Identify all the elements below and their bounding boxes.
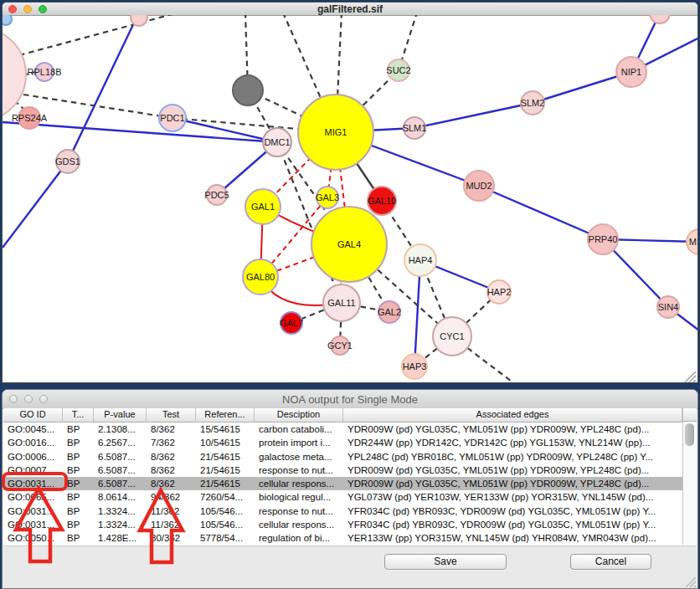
- table-cell: 6.5087...: [94, 450, 147, 464]
- graph-edge[interactable]: [336, 72, 631, 132]
- node-label: MUD2: [466, 181, 492, 191]
- node-label: RPS24A: [12, 113, 48, 123]
- table-cell: GO:0045...: [3, 423, 63, 436]
- node-label: GAL10: [368, 196, 396, 206]
- table-cell: 11/362: [147, 504, 196, 518]
- column-header-6[interactable]: Associated edges: [343, 408, 682, 422]
- table-row[interactable]: GO:0031...BP6.5087...8/36221/54615cellul…: [3, 477, 697, 490]
- table-cell: galactose meta...: [255, 450, 343, 464]
- network-canvas[interactable]: RPL18BRPS24AGDS1PDC1PDC5DMC1MIG1SUC2SLM1…: [3, 15, 697, 382]
- table-cell: 5778/54...: [196, 531, 255, 545]
- column-header-3[interactable]: Test: [147, 408, 196, 422]
- graph-window-titlebar[interactable]: galFiltered.sif: [3, 3, 697, 16]
- column-header-5[interactable]: Desciption: [255, 408, 343, 422]
- table-cell: YFR034C (pd) YBR093C, YDR009W (pd) YGL03…: [343, 518, 682, 531]
- table-cell: cellular respons...: [255, 477, 343, 490]
- table-row[interactable]: GO:0016...BP6.2567...7/36210/54615protei…: [3, 436, 697, 449]
- node-label: GAL80: [246, 272, 275, 282]
- graph-edge[interactable]: [3, 18, 136, 248]
- table-cell: 1.428E...: [94, 531, 147, 545]
- resize-grip[interactable]: [682, 371, 696, 382]
- table-cell: response to nut...: [255, 504, 343, 518]
- table-cell: BP: [63, 518, 94, 531]
- cancel-button[interactable]: Cancel: [570, 554, 651, 570]
- table-cell: 6.5087...: [94, 464, 147, 477]
- graph-edge[interactable]: [603, 239, 697, 335]
- column-header-2[interactable]: P-value: [94, 408, 147, 422]
- table-cell: 6.2567...: [94, 436, 147, 449]
- table-cell: 105/546...: [196, 518, 255, 531]
- noa-window-titlebar[interactable]: NOA output for Single Mode: [3, 390, 697, 409]
- node-label: HAP3: [403, 361, 427, 371]
- table-cell: BP: [63, 450, 94, 464]
- graph-node[interactable]: [650, 15, 670, 23]
- table-row[interactable]: GO:0050...BP1.428E...80/3625778/54...reg…: [3, 531, 697, 545]
- table-cell: YER133W (pp) YOR315W, YNL145W (pd) YHR08…: [343, 531, 682, 545]
- column-header-0[interactable]: GO ID: [3, 408, 63, 422]
- column-header-1[interactable]: T...: [63, 408, 94, 422]
- node-label: GCY1: [327, 341, 353, 351]
- node-label: PDC1: [160, 113, 184, 123]
- table-cell: 10/54615: [196, 436, 255, 449]
- node-label: MIG1: [325, 127, 347, 137]
- table-cell: GO:0050...: [3, 531, 63, 545]
- table-cell: biological regul...: [255, 490, 343, 504]
- table-row[interactable]: GO:0031...BP1.3324...11/362105/546...cel…: [3, 518, 697, 531]
- table-cell: BP: [63, 436, 94, 449]
- table-cell: 105/546...: [196, 504, 255, 518]
- table-cell: 21/54615: [196, 450, 255, 464]
- graph-node[interactable]: [131, 15, 147, 26]
- node-label: GAL4: [337, 239, 361, 249]
- table-cell: 1.3324...: [94, 504, 147, 518]
- table-cell: BP: [63, 464, 94, 477]
- save-button[interactable]: Save: [384, 554, 507, 570]
- noa-output-window: NOA output for Single Mode GO IDT...P-va…: [2, 389, 698, 589]
- graph-node[interactable]: [3, 15, 12, 25]
- table-row[interactable]: GO:0065...BP8.0614...94/3627260/54...bio…: [3, 490, 697, 504]
- graph-edge[interactable]: [19, 15, 178, 55]
- node-label: MSN: [689, 237, 697, 247]
- table-cell: carbon cataboli...: [255, 423, 343, 436]
- table-cell: YDR244W (pp) YDR142C, YDR142C (pp) YGL15…: [343, 436, 682, 449]
- node-label: DMC1: [264, 137, 290, 147]
- table-cell: YPL248C (pd) YBR018C, YML051W (pp) YDR00…: [343, 450, 682, 464]
- node-label: SIN4: [658, 302, 678, 312]
- table-cell: BP: [63, 504, 94, 518]
- node-label: GAL3: [316, 192, 339, 202]
- scrollbar-thumb[interactable]: [685, 423, 694, 446]
- table-cell: 1.3324...: [94, 518, 147, 531]
- table-cell: GO:0031...: [3, 504, 63, 518]
- table-cell: 21/54615: [196, 477, 255, 490]
- table-cell: protein import i...: [255, 436, 343, 449]
- table-cell: 7/362: [147, 436, 196, 449]
- table-cell: response to nut...: [255, 464, 343, 477]
- table-cell: 11/362: [147, 518, 196, 531]
- node-label: PDC5: [204, 190, 229, 200]
- table-cell: regulation of bi...: [255, 531, 343, 545]
- table-row[interactable]: GO:0031...BP1.3324...11/362105/546...res…: [3, 504, 697, 518]
- node-label: HAP4: [409, 255, 433, 265]
- table-cell: YDR009W (pd) YGL035C, YML051W (pp) YDR00…: [343, 464, 682, 477]
- graph-node[interactable]: [233, 75, 263, 105]
- table-cell: YDR009W (pd) YGL035C, YML051W (pp) YDR00…: [343, 477, 682, 490]
- vertical-scrollbar[interactable]: [682, 422, 697, 545]
- node-label: SUC2: [386, 65, 410, 75]
- table-cell: BP: [63, 531, 94, 545]
- table-cell: 8/362: [147, 477, 196, 490]
- node-label: NIP1: [621, 67, 641, 77]
- table-cell: YDR009W (pd) YGL035C, YML051W (pp) YDR00…: [343, 423, 682, 436]
- resize-grip[interactable]: [684, 577, 696, 587]
- node-label: GAL11: [327, 298, 355, 308]
- node-label: SLM2: [521, 98, 545, 108]
- node-label: RPL18B: [28, 67, 62, 77]
- table-row[interactable]: GO:0006...BP6.5087...8/36221/54615galact…: [3, 450, 697, 464]
- table-cell: GO:0065...: [3, 490, 63, 504]
- table-row[interactable]: GO:0045...BP2.1308...8/36215/54615carbon…: [3, 423, 697, 436]
- node-label: SLM1: [403, 123, 427, 133]
- table-cell: YFR034C (pd) YBR093C, YDR009W (pd) YGL03…: [343, 504, 682, 518]
- table-cell: 6.5087...: [94, 477, 147, 490]
- table-row[interactable]: GO:0007...BP6.5087...8/36221/54615respon…: [3, 464, 697, 477]
- column-header-4[interactable]: Referen...: [196, 408, 255, 422]
- node-label: GAL7: [280, 318, 303, 328]
- table-cell: 8/362: [147, 450, 196, 464]
